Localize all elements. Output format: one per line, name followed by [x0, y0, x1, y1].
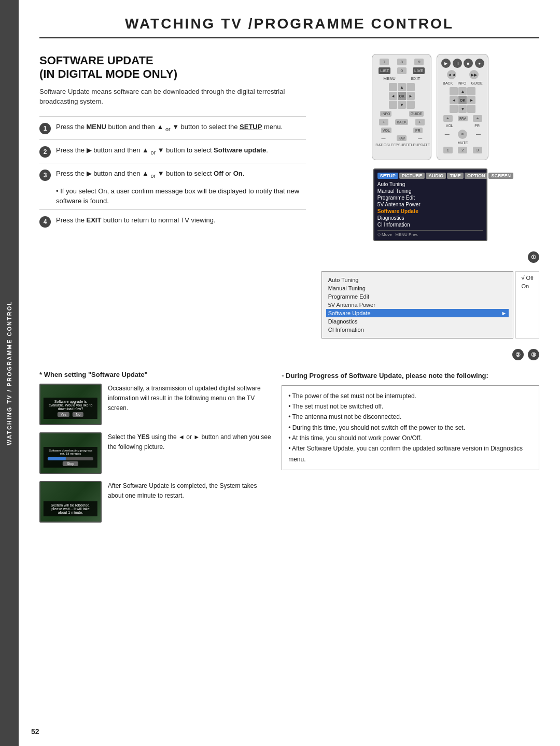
btn-9: 9 — [414, 59, 424, 65]
btn-vol-plus: + — [379, 119, 388, 125]
menu-item-manualtuning: Manual Tuning — [377, 188, 483, 194]
tv-screen-1: Software upgrade is available. Would you… — [39, 384, 102, 425]
dpad-empty-br — [407, 101, 415, 109]
desc-3: After Software Update is completed, the … — [108, 481, 271, 501]
menu-tab-screen: SCREEN — [488, 173, 513, 179]
desc-1: Occasionally, a transmission of updated … — [108, 384, 271, 414]
label-sleep: SLEEP — [386, 143, 398, 147]
label-ratio: RATIO — [375, 143, 386, 147]
dpad-ok: OK — [398, 92, 406, 100]
step-num-1: 1 — [39, 123, 51, 134]
menu-tab-picture: PICTURE — [399, 173, 425, 179]
step-num-3: 3 — [39, 170, 51, 181]
section-title: SOFTWARE UPDATE (IN DIGITAL MODE ONLY) — [39, 54, 306, 81]
btn-fav2: FAV — [458, 116, 468, 121]
notes-title: - During Progress of Software Update, pl… — [282, 371, 539, 381]
overlay-1: Software upgrade is available. Would you… — [44, 398, 97, 419]
remote-1: 7 8 9 LIST 0 LIVE MENU EXIT — [372, 54, 431, 160]
note-item-5: At this time, you should not work power … — [288, 433, 533, 443]
overlay-text-2: Software downloading progressest. 18 min… — [48, 449, 93, 455]
dpad2-up: ▲ — [458, 87, 467, 95]
screenshot-row-1: Software upgrade is available. Would you… — [39, 384, 271, 425]
tv-screen-3: System will be rebooted, please wait... … — [39, 481, 102, 523]
dpad2-empty-bl — [450, 105, 458, 113]
step-4: 4 Press the EXIT button to return to nor… — [39, 209, 306, 233]
bottom-section: * When setting "Software Update" Softwar… — [39, 371, 539, 523]
menu-item-5v: 5V Antenna Power — [377, 201, 483, 208]
progress-bar — [48, 457, 93, 460]
menu-item-diagnostics: Diagnostics — [377, 215, 483, 221]
page-number: 52 — [31, 727, 39, 736]
dpad2-empty-br — [467, 105, 475, 113]
step-num-4: 4 — [39, 216, 51, 228]
remote-2: ▶ ⏸ ■ ● ◄◄ ▶▶ BACK INFO GUIDE — [437, 54, 488, 160]
submenu-options: Off On — [515, 271, 539, 339]
desc-2: Select the YES using the ◄ or ► button a… — [108, 432, 271, 452]
remote-controls: 7 8 9 LIST 0 LIVE MENU EXIT — [321, 54, 539, 160]
stop-btn: Stop — [48, 462, 93, 466]
btn-guide: GUIDE — [409, 111, 424, 117]
btn-7: 7 — [380, 59, 389, 65]
badge-2: ② — [512, 349, 524, 360]
notes-box: The power of the set must not be interru… — [282, 385, 539, 471]
step-text-2: Press the ▶ button and then ▲ or ▼ butto… — [56, 145, 268, 157]
btn-list: LIST — [379, 67, 390, 74]
btn2-pr-plus: + — [473, 115, 482, 122]
dpad-empty-tr — [407, 83, 415, 91]
menu-tab-setup: SETUP — [377, 173, 398, 179]
overlay-text-3: System will be rebooted, please wait... … — [47, 503, 94, 514]
menu-tab-option: OPTION — [465, 173, 488, 179]
submenu-autotuning: Auto Tuning — [326, 276, 509, 284]
step-text-4: Press the EXIT button to return to norma… — [56, 215, 216, 226]
overlay-2: Software downloading progressest. 18 min… — [44, 447, 97, 468]
submenu-progedit: Programme Edit — [326, 292, 509, 301]
step-text-3: Press the ▶ button and then ▲ or ▼ butto… — [56, 168, 244, 180]
dpad-empty-tl — [389, 83, 397, 91]
dpad-right: ► — [407, 92, 415, 100]
note-item-4: During this time, you should not switch … — [288, 423, 533, 433]
submenu-ci: CI Information — [326, 326, 509, 334]
notes-list: The power of the set must not be interru… — [288, 391, 533, 465]
btn-pause: ⏸ — [453, 59, 462, 68]
btn-1: 1 — [443, 147, 453, 153]
btn-rec: ● — [475, 59, 484, 68]
overlay-3: System will be rebooted, please wait... … — [44, 501, 97, 516]
btn-2: 2 — [458, 147, 467, 153]
dpad-up: ▲ — [398, 83, 406, 91]
screenshot-items: Software upgrade is available. Would you… — [39, 384, 271, 523]
dpad-empty-bl — [389, 101, 397, 109]
menu-footer: ◇ Move MENU Prev. — [377, 230, 483, 237]
screenshot-row-3: System will be rebooted, please wait... … — [39, 481, 271, 523]
badge-row-23: ② ③ — [321, 349, 539, 360]
right-column: 7 8 9 LIST 0 LIVE MENU EXIT — [321, 54, 539, 360]
btn-pr-plus: + — [415, 119, 425, 125]
btn-play: ▶ — [441, 59, 451, 68]
page-title: WATCHING TV /PROGRAMME CONTROL — [39, 16, 539, 38]
btn-mute: ✕ — [458, 130, 467, 139]
btn-3: 3 — [473, 147, 482, 153]
dpad2-right: ► — [467, 96, 475, 104]
option-off: Off — [521, 274, 534, 282]
when-setting-section: * When setting "Software Update" Softwar… — [39, 371, 271, 523]
submenu-diagnostics: Diagnostics — [326, 317, 509, 326]
dpad-down: ▼ — [398, 101, 406, 109]
submenu-container: Auto Tuning Manual Tuning Programme Edit… — [321, 271, 539, 339]
overlay-btns-1: Yes No — [47, 412, 94, 417]
menu-tab-time: TIME — [447, 173, 464, 179]
badge-3: ③ — [528, 349, 539, 360]
step-3: 3 Press the ▶ button and then ▲ or ▼ but… — [39, 163, 306, 186]
dpad2-left: ◄ — [450, 96, 458, 104]
step-text-1: Press the MENU button and then ▲ or ▼ bu… — [56, 122, 283, 134]
label-subtitle: SUBTITLE — [398, 143, 415, 147]
side-label: WATCHING TV / PROGRAMME CONTROL — [0, 0, 19, 746]
btn-fwd: ▶▶ — [469, 70, 479, 79]
dpad-left: ◄ — [389, 92, 397, 100]
dpad2-down: ▼ — [458, 105, 467, 113]
menu-mockup: SETUP PICTURE AUDIO TIME OPTION SCREEN A… — [373, 168, 487, 241]
section-intro: Software Update means software can be do… — [39, 87, 306, 107]
btn-back: BACK — [395, 119, 408, 125]
menu-mockup-container: SETUP PICTURE AUDIO TIME OPTION SCREEN A… — [321, 168, 539, 241]
screenshot-row-2: Software downloading progressest. 18 min… — [39, 432, 271, 474]
note-item-1: The power of the set must not be interru… — [288, 391, 533, 401]
badge-row-1: ① — [321, 251, 539, 263]
